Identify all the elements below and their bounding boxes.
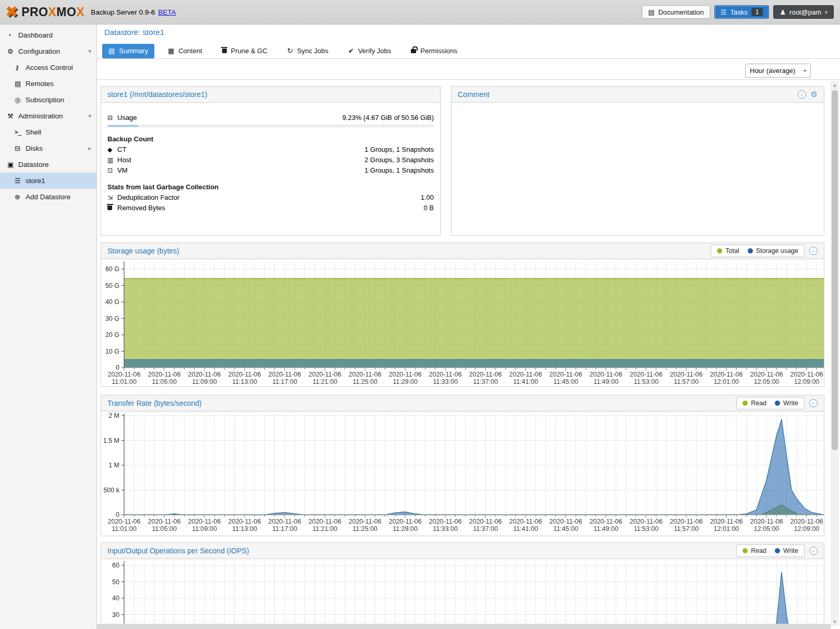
usage-value: 9.23% (4.67 GiB of 50.56 GiB) [342, 114, 434, 122]
svg-text:11:21:00: 11:21:00 [312, 525, 337, 533]
storage-usage-chart: 010 G20 G30 G40 G50 G60 G2020-11-0611:01… [101, 259, 824, 386]
tab-content[interactable]: ▦Content [162, 44, 209, 58]
sidebar-item-label: Disks [26, 144, 43, 152]
chart-legend: ReadWrite [736, 545, 805, 557]
tab-verify-jobs[interactable]: ✔Verify Jobs [342, 44, 398, 58]
sidebar-item-subscription[interactable]: ◎Subscription [0, 92, 96, 108]
legend-item-write[interactable]: Write [775, 547, 798, 554]
svg-text:11:01:00: 11:01:00 [112, 378, 137, 385]
legend-item-read[interactable]: Read [742, 547, 766, 554]
sidebar-item-shell[interactable]: >_Shell [0, 124, 96, 140]
chevron-circle-icon[interactable]: › [798, 90, 806, 99]
svg-text:11:09:00: 11:09:00 [192, 378, 217, 385]
scroll-down-arrow-icon[interactable]: ▼ [831, 618, 839, 626]
chevron-right-icon[interactable]: ▸ [88, 145, 91, 152]
tasks-button[interactable]: ☰ Tasks 1 [714, 5, 770, 19]
beta-link[interactable]: BETA [158, 8, 176, 16]
book-icon: ▤ [648, 8, 654, 16]
svg-text:2020-11-06: 2020-11-06 [549, 371, 582, 378]
trash-icon [222, 49, 227, 53]
chart-legend: TotalStorage usage [711, 245, 805, 257]
row-value: 1 Groups, 1 Snapshots [364, 146, 434, 153]
unlock-icon [411, 49, 416, 53]
svg-text:11:41:00: 11:41:00 [513, 525, 538, 533]
remotes-icon: ▤ [15, 80, 26, 88]
legend-item-write[interactable]: Write [775, 400, 798, 407]
tab-summary[interactable]: ▤Summary [102, 44, 154, 58]
user-icon: ♟ [780, 8, 786, 16]
svg-text:30 G: 30 G [105, 315, 119, 322]
hdd-icon: ⊟ [107, 114, 117, 122]
chart-title: Input/Output Operations per Second (IOPS… [107, 547, 249, 555]
legend-label: Read [751, 400, 766, 407]
toolbar-divider [97, 79, 840, 80]
svg-text:0: 0 [116, 511, 119, 518]
collapse-circle-icon[interactable]: − [809, 399, 818, 407]
legend-dot-icon [717, 248, 722, 253]
chevron-down-icon[interactable]: ▾ [88, 113, 91, 119]
user-menu-button[interactable]: ♟ root@pam ▾ [773, 5, 834, 19]
documentation-button[interactable]: ▤ Documentation [642, 5, 710, 19]
svg-text:11:01:00: 11:01:00 [112, 525, 137, 533]
sidebar-item-remotes[interactable]: ▤Remotes [0, 76, 96, 92]
horizontal-scrollbar-track[interactable] [97, 624, 831, 629]
svg-text:20 G: 20 G [105, 331, 119, 338]
book-icon: ▤ [108, 47, 115, 55]
sidebar-item-disks[interactable]: ⊟Disks▸ [0, 140, 96, 156]
svg-text:0: 0 [116, 364, 119, 371]
cube-icon: ◆ [107, 146, 117, 153]
sidebar-item-administration[interactable]: ⚒Administration▾ [0, 108, 96, 124]
chevron-down-icon: ▾ [825, 9, 827, 15]
svg-text:11:05:00: 11:05:00 [152, 525, 177, 533]
svg-text:12:01:00: 12:01:00 [714, 525, 739, 533]
svg-text:11:53:00: 11:53:00 [634, 378, 659, 385]
time-range-select[interactable]: Hour (average) ▾ [745, 64, 811, 78]
transfer-rate-chart-panel: Transfer Rate (bytes/second) ReadWrite −… [101, 395, 824, 536]
page-title: Datastore: store1 [104, 28, 164, 37]
collapse-circle-icon[interactable]: − [809, 547, 818, 555]
scroll-up-arrow-icon[interactable]: ▲ [831, 81, 839, 89]
sidebar-item-access-control[interactable]: ⚷Access Control [0, 59, 96, 76]
scrollbar-thumb[interactable] [832, 90, 838, 450]
svg-text:2020-11-06: 2020-11-06 [308, 371, 341, 378]
legend-item-storage-usage[interactable]: Storage usage [748, 247, 798, 255]
legend-item-read[interactable]: Read [742, 400, 766, 407]
collapse-circle-icon[interactable]: − [809, 247, 818, 255]
gear-icon[interactable]: ⚙ [811, 90, 818, 99]
sidebar-item-add-datastore[interactable]: ⊕Add Datastore [0, 189, 96, 205]
sidebar-item-dashboard[interactable]: ◔Dashboard [0, 27, 96, 43]
svg-text:50 G: 50 G [105, 282, 119, 289]
sidebar-item-configuration[interactable]: ⚙Configuration▾ [0, 43, 96, 59]
svg-text:1 M: 1 M [108, 462, 119, 469]
svg-text:11:57:00: 11:57:00 [674, 525, 699, 533]
legend-label: Storage usage [756, 247, 798, 255]
vertical-scrollbar[interactable]: ▲ ▼ [831, 81, 839, 626]
tab-permissions[interactable]: Permissions [405, 44, 464, 58]
documentation-label: Documentation [658, 8, 703, 16]
check-circle-icon: ✔ [348, 47, 354, 55]
sidebar-item-datastore[interactable]: ▣Datastore [0, 156, 96, 173]
svg-text:11:17:00: 11:17:00 [272, 378, 297, 385]
tab-prune-gc[interactable]: Prune & GC [216, 44, 274, 58]
legend-item-total[interactable]: Total [717, 247, 739, 255]
svg-text:1.5 M: 1.5 M [103, 437, 119, 444]
chevron-down-icon[interactable]: ▾ [88, 48, 91, 55]
svg-text:2 M: 2 M [108, 412, 119, 419]
iops-chart-panel: Input/Output Operations per Second (IOPS… [101, 542, 824, 626]
sidebar-item-store1[interactable]: ☰store1 [0, 173, 96, 189]
trash-icon [107, 204, 117, 212]
svg-text:2020-11-06: 2020-11-06 [429, 518, 461, 525]
svg-text:10 G: 10 G [105, 348, 119, 355]
sidebar-nav: ◔Dashboard⚙Configuration▾⚷Access Control… [0, 25, 97, 629]
comment-panel: Comment › ⚙ [451, 86, 824, 236]
legend-label: Read [751, 547, 766, 554]
svg-text:2020-11-06: 2020-11-06 [710, 518, 742, 525]
gc-stats-heading: Stats from last Garbage Collection [107, 182, 434, 192]
tab-sync-jobs[interactable]: ↻Sync Jobs [281, 44, 335, 58]
svg-text:2020-11-06: 2020-11-06 [268, 518, 301, 525]
svg-text:50: 50 [112, 578, 119, 586]
row-label: Deduplication Factor [117, 193, 179, 201]
row-label: CT [117, 146, 126, 153]
svg-text:2020-11-06: 2020-11-06 [148, 518, 180, 525]
trash-icon [222, 47, 227, 55]
